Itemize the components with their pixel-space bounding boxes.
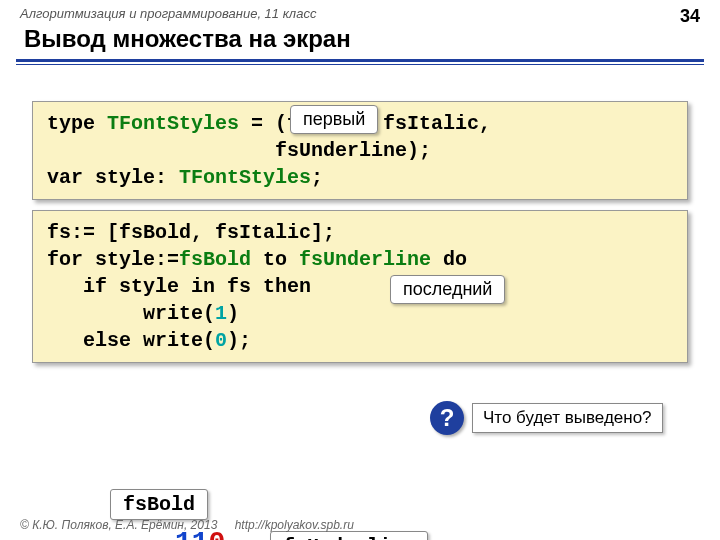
code-text: for style:=	[47, 248, 179, 271]
label-fsbold: fsBold	[110, 489, 208, 520]
code-text: var style:	[47, 166, 179, 189]
code-text: type	[47, 112, 107, 135]
question-text: Что будет выведено?	[472, 403, 663, 433]
callout-first: первый	[290, 105, 378, 134]
code-number: 1	[215, 302, 227, 325]
code-text: to	[251, 248, 299, 271]
page-number: 34	[680, 6, 700, 27]
content-area: первый type TFontStyles = (fsBold, fsIta…	[0, 101, 720, 363]
code-text: )	[227, 302, 239, 325]
question-callout: ? Что будет выведено?	[430, 401, 663, 435]
question-mark-icon: ?	[430, 401, 464, 435]
code-text: ;	[311, 166, 323, 189]
title-rule-thick	[16, 59, 704, 62]
footer-url: http://kpolyakov.spb.ru	[235, 518, 354, 532]
callout-last: последний	[390, 275, 505, 304]
code-number: 0	[215, 329, 227, 352]
code-typename: TFontStyles	[179, 166, 311, 189]
code-ident: fsBold	[179, 248, 251, 271]
code-text: );	[227, 329, 251, 352]
code-text: if style in fs then	[47, 275, 311, 298]
footer: © К.Ю. Поляков, Е.А. Ерёмин, 2013 http:/…	[20, 518, 354, 532]
code-text: do	[431, 248, 467, 271]
label-fsunderline: fsUnderline	[270, 531, 428, 540]
code-ident: fsUnderline	[299, 248, 431, 271]
footer-authors: © К.Ю. Поляков, Е.А. Ерёмин, 2013	[20, 518, 217, 532]
header-subject: Алгоритмизация и программирование, 11 кл…	[0, 0, 720, 23]
code-text: fsUnderline);	[47, 139, 431, 162]
code-block-loop: fs:= [fsBold, fsItalic]; for style:=fsBo…	[32, 210, 688, 363]
code-typename: TFontStyles	[107, 112, 239, 135]
page-title: Вывод множества на экран	[0, 23, 720, 59]
title-rule-thin	[16, 64, 704, 65]
code-text: else write(	[47, 329, 215, 352]
code-text: write(	[47, 302, 215, 325]
code-text: fs:= [fsBold, fsItalic];	[47, 221, 335, 244]
